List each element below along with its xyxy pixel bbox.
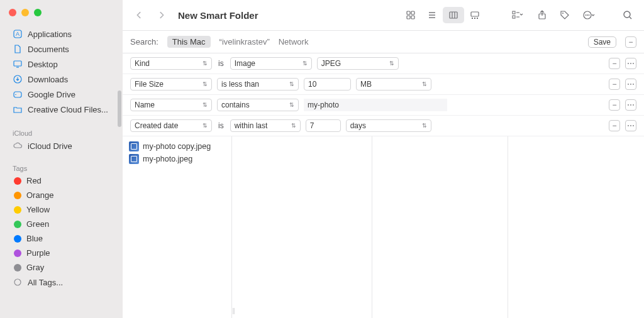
- chevron-updown-icon: ⇅: [203, 123, 208, 129]
- svg-point-27: [562, 13, 564, 14]
- criteria-operator-select[interactable]: is less than⇅: [217, 78, 299, 90]
- sidebar-tag-red[interactable]: Red: [5, 173, 118, 188]
- criteria-joiner: is: [217, 59, 225, 68]
- cloud-icon: [13, 141, 23, 151]
- criteria-operator-select[interactable]: contains⇅: [217, 99, 299, 111]
- applications-icon: A: [13, 29, 23, 39]
- add-criterion-button[interactable]: ⋯: [625, 79, 636, 90]
- file-name: my-photo copy.jpeg: [143, 142, 211, 151]
- view-list-button[interactable]: [421, 7, 443, 23]
- criteria-number-input[interactable]: 10: [304, 78, 351, 90]
- sidebar-item-label: Creative Cloud Files...: [28, 105, 108, 114]
- criteria-attribute-select[interactable]: Name⇅: [130, 99, 212, 111]
- remove-criterion-button[interactable]: −: [609, 120, 620, 131]
- sidebar-item-label: Documents: [28, 45, 69, 54]
- svg-rect-9: [411, 11, 414, 14]
- results-column: [236, 136, 372, 318]
- sidebar-item-desktop[interactable]: Desktop: [5, 57, 118, 72]
- view-icons-button[interactable]: [400, 7, 421, 23]
- search-scope-network[interactable]: Network: [279, 37, 309, 47]
- svg-point-7: [14, 279, 21, 285]
- sidebar-tag-green[interactable]: Green: [5, 217, 118, 231]
- search-label: Search:: [130, 37, 158, 47]
- share-button[interactable]: [533, 7, 551, 23]
- criteria-row: Created date⇅ is within last⇅ 7 days⇅ − …: [123, 116, 644, 136]
- all-tags-icon: [13, 277, 23, 287]
- chevron-updown-icon: ⇅: [389, 60, 394, 67]
- desktop-icon: [13, 59, 23, 69]
- sidebar-item-downloads[interactable]: Downloads: [5, 72, 118, 87]
- results-column: [508, 136, 644, 318]
- group-by-button[interactable]: [507, 7, 528, 23]
- sidebar-item-creative-cloud[interactable]: Creative Cloud Files...: [5, 102, 118, 117]
- search-scope-this-mac[interactable]: This Mac: [167, 36, 211, 48]
- remove-criterion-button[interactable]: −: [609, 99, 620, 111]
- view-gallery-button[interactable]: [464, 7, 486, 23]
- criteria-unit-select[interactable]: MB⇅: [356, 78, 431, 90]
- sidebar-item-label: All Tags...: [28, 278, 63, 287]
- criteria-attribute-select[interactable]: Kind⇅: [130, 57, 212, 70]
- criteria-operator-select[interactable]: Image⇅: [230, 57, 312, 70]
- chevron-updown-icon: ⇅: [203, 102, 208, 108]
- sidebar-tag-purple[interactable]: Purple: [5, 246, 118, 260]
- search-button[interactable]: [619, 7, 636, 23]
- downloads-icon: [13, 74, 23, 84]
- svg-text:A: A: [16, 31, 19, 37]
- sidebar-item-label: Google Drive: [28, 90, 75, 99]
- criteria-text-input[interactable]: my-photo: [304, 99, 447, 111]
- criteria-attribute-select[interactable]: Created date⇅: [130, 119, 212, 132]
- sidebar-item-google-drive[interactable]: Google Drive: [5, 87, 118, 102]
- search-scope-user[interactable]: “ivelinkrastev”: [219, 37, 270, 47]
- svg-rect-22: [513, 11, 515, 14]
- remove-scope-button[interactable]: −: [625, 36, 636, 48]
- file-row[interactable]: my-photo.jpeg: [129, 153, 231, 165]
- window-title: New Smart Folder: [178, 10, 258, 21]
- sidebar-icloud-section: iCloud iCloud Drive: [0, 127, 123, 153]
- sidebar-scrollbar[interactable]: [118, 90, 121, 127]
- sidebar-tag-gray[interactable]: Gray: [5, 260, 118, 275]
- sidebar-item-label: Yellow: [26, 205, 50, 214]
- remove-criterion-button[interactable]: −: [609, 79, 620, 90]
- search-scope-bar: Search: This Mac “ivelinkrastev” Network…: [123, 30, 644, 53]
- criteria-unit-select[interactable]: days⇅: [346, 119, 431, 132]
- sidebar-item-label: Blue: [26, 234, 43, 243]
- tag-dot-icon: [14, 221, 21, 228]
- toolbar: New Smart Folder: [123, 0, 644, 30]
- tags-button[interactable]: [556, 7, 574, 23]
- more-actions-button[interactable]: [579, 7, 600, 23]
- svg-rect-5: [14, 92, 21, 97]
- sidebar-item-applications[interactable]: A Applications: [5, 26, 118, 41]
- svg-point-6: [15, 94, 16, 96]
- tag-dot-icon: [14, 249, 21, 257]
- save-button[interactable]: Save: [588, 36, 616, 48]
- file-row[interactable]: my-photo copy.jpeg: [129, 140, 231, 153]
- criteria-value-select[interactable]: JPEG⇅: [317, 57, 399, 70]
- nav-forward-button[interactable]: [153, 7, 170, 23]
- remove-criterion-button[interactable]: −: [609, 58, 620, 69]
- tag-dot-icon: [14, 177, 21, 185]
- criteria-number-input[interactable]: 7: [306, 119, 341, 132]
- window-minimize-button[interactable]: [21, 9, 29, 16]
- sidebar-all-tags[interactable]: All Tags...: [5, 275, 118, 290]
- svg-rect-21: [477, 18, 478, 19]
- chevron-updown-icon: ⇅: [289, 102, 294, 108]
- svg-rect-11: [411, 16, 414, 19]
- sidebar-tag-yellow[interactable]: Yellow: [5, 202, 118, 217]
- nav-back-button[interactable]: [130, 7, 148, 23]
- sidebar-item-icloud-drive[interactable]: iCloud Drive: [5, 138, 118, 153]
- sidebar-tag-orange[interactable]: Orange: [5, 188, 118, 202]
- window-maximize-button[interactable]: [34, 9, 42, 16]
- add-criterion-button[interactable]: ⋯: [625, 58, 636, 69]
- sidebar-item-documents[interactable]: Documents: [5, 41, 118, 57]
- sidebar-tag-blue[interactable]: Blue: [5, 231, 118, 246]
- window-close-button[interactable]: [9, 9, 16, 16]
- criteria-operator-select[interactable]: within last⇅: [230, 119, 301, 132]
- sidebar-item-label: Orange: [26, 190, 53, 200]
- add-criterion-button[interactable]: ⋯: [625, 120, 636, 131]
- tag-dot-icon: [14, 206, 21, 214]
- file-name: my-photo.jpeg: [143, 155, 192, 163]
- criteria-attribute-select[interactable]: File Size⇅: [130, 78, 212, 90]
- view-columns-button[interactable]: [443, 7, 464, 23]
- results-column: my-photo copy.jpeg my-photo.jpeg: [123, 136, 232, 318]
- add-criterion-button[interactable]: ⋯: [625, 99, 636, 111]
